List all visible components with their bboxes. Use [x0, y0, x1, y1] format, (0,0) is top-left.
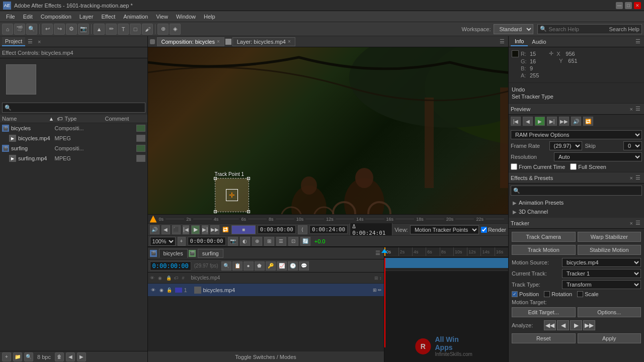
position-check[interactable]: ✓ Position — [512, 291, 539, 297]
skip-select[interactable]: 0 — [623, 141, 642, 150]
tl-solo-btn[interactable]: ● — [244, 261, 254, 270]
frame-rate-select[interactable]: (29.97) — [549, 141, 582, 150]
timeline-menu-btn[interactable]: ☰ — [374, 249, 382, 257]
project-row-surfing[interactable]: 🎬 surfing Compositi... — [0, 143, 147, 153]
col-type-header[interactable]: Type — [65, 116, 105, 122]
ep-animation-presets-header[interactable]: ▶ Animation Presets — [511, 199, 642, 207]
preview-menu-btn[interactable]: ☰ — [634, 105, 642, 113]
search-help-input[interactable] — [548, 26, 609, 32]
track-type-select[interactable]: Transform — [562, 280, 641, 289]
from-current-label[interactable]: From Current Time — [511, 163, 565, 170]
panel-close-icon[interactable]: × — [35, 38, 43, 46]
layer-row-bicycles-mp4[interactable]: 👁 ◉ 🔓 1 bicycles.mp4 ⊞ ✏ — [148, 284, 384, 297]
timeline-ruler[interactable]: 0s 2s 4s 6s 8s 10s 12s 14s 16s — [384, 247, 508, 256]
reset-btn[interactable]: Reset — [512, 333, 576, 343]
rotation-check[interactable]: Rotation — [544, 291, 572, 297]
snapshot-btn[interactable]: 📷 — [228, 237, 238, 246]
tab-comp-close[interactable]: × — [217, 39, 220, 44]
tracker-menu-btn[interactable]: ☰ — [634, 219, 642, 227]
prev-fwd-btn[interactable]: ▶| — [547, 117, 557, 126]
find-btn[interactable]: 🔍 — [24, 352, 33, 361]
folder-btn[interactable]: 📁 — [13, 352, 22, 361]
timeline-track-area[interactable]: 0s 2s 4s 6s 8s 10s 12s 14s 16s — [384, 247, 508, 362]
tab-composition-bicycles[interactable]: Composition: bicycles × — [157, 37, 224, 46]
tl-search-btn[interactable]: 🔍 — [221, 261, 231, 270]
tool-anchor[interactable]: ⊕ — [157, 24, 169, 35]
toggle-btn2[interactable]: ⊕ — [252, 237, 262, 246]
layer-sw2[interactable]: ✏ — [378, 288, 382, 293]
viewer-timecode-ruler[interactable]: 0s 2s 4s 6s 8s 10s 12s 14s 16s 18s — [148, 214, 508, 223]
close-button[interactable]: ✕ — [634, 2, 641, 9]
analyze-fwd-btn[interactable]: ▶ — [570, 320, 582, 330]
tl-graph-btn[interactable]: 📈 — [277, 261, 287, 270]
track-camera-btn[interactable]: Track Camera — [512, 232, 576, 242]
panel-menu-icon[interactable]: ☰ — [26, 38, 34, 46]
video-viewer[interactable]: Track Point 1 ✛ — [148, 47, 508, 214]
tool-camera[interactable]: 📷 — [78, 24, 89, 35]
workspace-select[interactable]: Standard — [494, 24, 533, 34]
track-motion-btn[interactable]: Track Motion — [512, 245, 576, 255]
render-toggle[interactable]: Render — [481, 227, 506, 233]
current-time-display[interactable]: 0:00:00:00 — [258, 225, 296, 234]
ram-preview-select[interactable]: RAM Preview Options — [511, 130, 642, 139]
render-checkbox[interactable] — [481, 227, 487, 233]
scale-checkbox[interactable] — [577, 291, 583, 297]
timeline-tracks[interactable] — [384, 258, 508, 347]
menu-animation[interactable]: Animation — [119, 13, 152, 21]
layer-lock-switch[interactable]: 🔓 — [166, 287, 173, 294]
tool-select[interactable]: ▲ — [94, 24, 105, 35]
tab-layer-bicycles[interactable]: Layer: bicycles.mp4 × — [232, 37, 295, 46]
project-row-surfing-mp4[interactable]: ▶ surfing.mp4 MPEG — [0, 153, 147, 163]
tl-comp-btn[interactable]: 📋 — [232, 261, 243, 270]
analyze-back-btn[interactable]: ◀ — [557, 320, 569, 330]
maximize-button[interactable]: □ — [625, 2, 632, 9]
ep-close[interactable]: × — [630, 175, 633, 181]
tl-time-btn[interactable]: 🕐 — [288, 261, 298, 270]
prev-loop-btn[interactable]: 🔁 — [583, 117, 593, 126]
tl-current-time[interactable]: 0:00:00:00 — [150, 261, 191, 270]
zoom-select[interactable]: 100% — [150, 237, 176, 246]
layer-solo-switch[interactable]: ◉ — [158, 287, 165, 294]
project-tab[interactable]: Project — [2, 37, 25, 46]
tracker-close[interactable]: × — [630, 220, 633, 226]
tab-info[interactable]: Info — [511, 37, 528, 46]
from-current-check[interactable] — [511, 163, 517, 170]
playback-end[interactable]: ▶▶ — [210, 225, 219, 234]
tool-pen[interactable]: ✏ — [106, 24, 117, 35]
track-bar-bicycles[interactable] — [384, 258, 508, 268]
project-search-input[interactable] — [13, 105, 134, 111]
timeline-tab-bicycles[interactable]: bicycles — [159, 249, 188, 258]
scale-check[interactable]: Scale — [577, 291, 599, 297]
tool-new-comp[interactable]: 🎬 — [14, 24, 25, 35]
tool-text[interactable]: T — [118, 24, 129, 35]
view-select[interactable]: Motion Tracker Points — [410, 225, 479, 234]
tool-redo[interactable]: ↪ — [54, 24, 65, 35]
toggle-btn4[interactable]: ☰ — [276, 237, 286, 246]
prev-first-btn[interactable]: |◀ — [511, 117, 521, 126]
audio-btn[interactable]: 🔊 — [150, 225, 159, 234]
motion-source-select[interactable]: bicycles.mp4 — [562, 258, 641, 267]
play-btn[interactable]: ▶ — [191, 225, 200, 234]
layer-sw1[interactable]: ⊞ — [373, 288, 377, 293]
tool-search[interactable]: 🔍 — [26, 24, 37, 35]
tool-undo[interactable]: ↩ — [42, 24, 53, 35]
col-name-header[interactable]: Name — [2, 116, 49, 122]
ep-search-input[interactable] — [522, 188, 639, 194]
tool-home[interactable]: ⌂ — [2, 24, 13, 35]
menu-view[interactable]: View — [152, 13, 172, 21]
current-track-select[interactable]: Tracker 1 — [562, 269, 641, 278]
prev-last-btn[interactable]: ▶▶ — [559, 117, 569, 126]
playback-btn1[interactable]: ◀ — [162, 225, 170, 234]
menu-help[interactable]: Help — [200, 13, 219, 21]
time-nav-btn[interactable]: ⟨ — [298, 225, 307, 234]
analyze-back-back-btn[interactable]: ◀◀ — [544, 320, 556, 330]
color-picker-btn[interactable]: ■ — [231, 225, 255, 234]
menu-composition[interactable]: Composition — [37, 13, 75, 21]
menu-edit[interactable]: Edit — [19, 13, 37, 21]
options-btn[interactable]: Options... — [578, 307, 641, 317]
menu-file[interactable]: File — [2, 13, 19, 21]
menu-effect[interactable]: Effect — [97, 13, 119, 21]
layer-eye-switch[interactable]: 👁 — [150, 287, 157, 294]
apply-btn[interactable]: Apply — [578, 333, 641, 343]
duration-display[interactable]: 0:00:24:00 — [309, 225, 348, 234]
